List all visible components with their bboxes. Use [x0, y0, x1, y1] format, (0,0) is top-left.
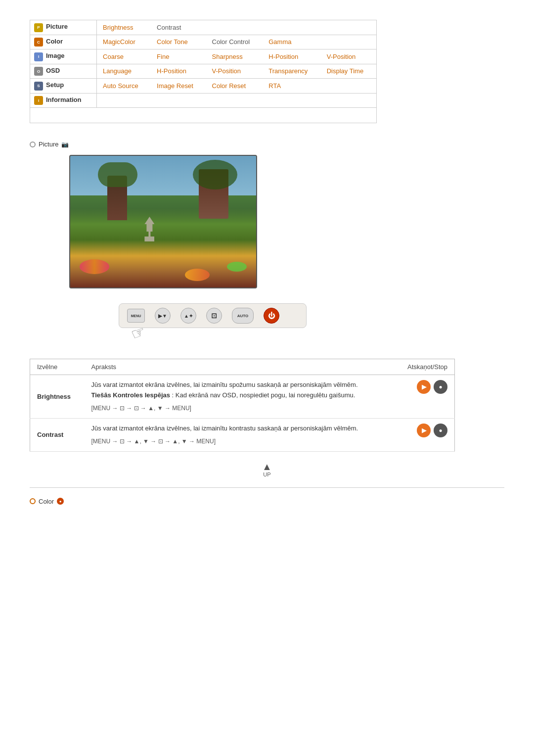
select-button[interactable]: ⊡: [206, 308, 222, 324]
nav-link-cell: [97, 93, 151, 108]
brightness-menu-path: [MENU → ⊡ → ⊡ → ▲, ▼ → MENU]: [91, 404, 394, 413]
nav-row: OOSDLanguageH-PositionV-PositionTranspar…: [30, 64, 376, 79]
brightness-controls: ▶ ●: [400, 375, 454, 419]
nav-link-cell[interactable]: Transparency: [263, 64, 320, 79]
nav-link-cell[interactable]: Auto Source: [97, 79, 151, 94]
nav-section-label: OSD: [46, 67, 60, 74]
nav-link-cell[interactable]: V-Position: [321, 49, 376, 64]
power-button[interactable]: ⏻: [264, 308, 279, 324]
flowers-right: [185, 269, 210, 281]
brightness-desc-bold-suffix: : Kad ekrānā nav OSD, nospiediet pogu, l…: [170, 391, 355, 399]
nav-section-label: Setup: [46, 81, 64, 89]
nav-button[interactable]: ▶▼: [155, 308, 171, 324]
col-header-apraksts: Apraksts: [85, 359, 401, 375]
nav-table-wrapper: PPictureBrightnessContrastCColorMagicCol…: [30, 20, 377, 123]
picture-section-header: Picture 📷: [30, 141, 504, 148]
contrast-buttons: ▶ ●: [407, 424, 447, 437]
up-arrow-icon: ▲: [262, 462, 272, 472]
nav-link-cell: [263, 93, 320, 108]
nav-section-label: Information: [46, 96, 82, 103]
description-table: Izvēlne Apraksts Atskaņot/Stop Brightnes…: [30, 359, 455, 452]
nav-link-cell[interactable]: Sharpness: [206, 49, 263, 64]
nav-section-cell: SSetup: [30, 79, 97, 94]
nav-section-label: Image: [46, 52, 65, 59]
nav-link-cell[interactable]: Language: [97, 64, 151, 79]
menu-button[interactable]: MENU: [127, 309, 145, 323]
picture-icon: 📷: [61, 141, 69, 148]
nav-link-cell[interactable]: Color Tone: [151, 35, 206, 49]
brightness-buttons: ▶ ●: [407, 380, 447, 394]
contrast-desc-main: Jūs varat izmantot ekrāna izvēlnes, lai …: [91, 425, 358, 432]
col-header-izvēlne: Izvēlne: [30, 359, 85, 375]
hand-cursor-icon: ☞: [128, 322, 148, 344]
nav-link-cell[interactable]: Coarse: [97, 49, 151, 64]
monitor-scene: [70, 156, 256, 287]
nav-section-icon: I: [34, 96, 43, 105]
up-label: UP: [263, 472, 270, 477]
remote-control-container: MENU ▶▼ ▲✦ ⊡ AUTO ⏻ ☞: [119, 303, 504, 328]
nav-link-cell[interactable]: Brightness: [97, 20, 151, 35]
nav-section-icon: S: [34, 82, 43, 91]
nav-link-cell[interactable]: Image Reset: [151, 79, 206, 94]
nav-link-cell: [206, 93, 263, 108]
nav-link-cell: [321, 93, 376, 108]
nav-link-cell: [206, 20, 263, 35]
brightness-desc-bold: Tiešās Kontroles Iespējas: [91, 391, 170, 399]
nav-link-cell[interactable]: MagicColor: [97, 35, 151, 49]
section-divider: [30, 487, 504, 488]
contrast-decrease-btn[interactable]: ●: [434, 424, 447, 437]
tree-foliage-right: [193, 160, 237, 189]
nav-link-cell[interactable]: RTA: [263, 79, 320, 94]
auto-button[interactable]: AUTO: [232, 308, 254, 324]
nav-link-cell[interactable]: H-Position: [151, 64, 206, 79]
nav-section-cell: IImage: [30, 49, 97, 64]
nav-link-cell[interactable]: Gamma: [263, 35, 320, 49]
nav-link-cell[interactable]: H-Position: [263, 49, 320, 64]
nav-section-cell: IInformation: [30, 93, 97, 108]
nav-row: IInformation: [30, 93, 376, 108]
nav-section-cell: CColor: [30, 35, 97, 49]
nav-section-label: Color: [46, 38, 63, 45]
color-section-header: Color ●: [30, 498, 504, 505]
table-row: Brightness Jūs varat izmantot ekrāna izv…: [30, 375, 455, 419]
nav-link-cell[interactable]: V-Position: [206, 64, 263, 79]
nav-link-cell[interactable]: Fine: [151, 49, 206, 64]
color-label: Color: [39, 498, 54, 505]
brightness-increase-btn[interactable]: ▶: [417, 380, 431, 394]
remote-bar: MENU ▶▼ ▲✦ ⊡ AUTO ⏻ ☞: [119, 303, 307, 328]
nav-row: SSetupAuto SourceImage ResetColor ResetR…: [30, 79, 376, 94]
tree-foliage-left: [98, 162, 137, 187]
contrast-controls: ▶ ●: [400, 418, 454, 451]
brightness-decrease-btn[interactable]: ●: [434, 380, 447, 394]
nav-row: IImageCoarseFineSharpnessH-PositionV-Pos…: [30, 49, 376, 64]
up-button[interactable]: ▲ UP: [262, 462, 272, 477]
brightness-label: Brightness: [30, 375, 85, 419]
nav-section-icon: P: [34, 23, 43, 32]
nav-section-label: Picture: [46, 23, 68, 30]
contrast-label: Contrast: [30, 418, 85, 451]
nav-section-icon: I: [34, 52, 43, 61]
brightness-button[interactable]: ▲✦: [180, 308, 196, 324]
nav-section-cell: OOSD: [30, 64, 97, 79]
nav-link-cell: [321, 79, 376, 94]
picture-icon-circle: [30, 142, 36, 147]
nav-link-cell[interactable]: Contrast: [151, 20, 206, 35]
nav-link-cell[interactable]: Color Reset: [206, 79, 263, 94]
monitor-display: [69, 155, 257, 288]
col-header-atskanol: Atskaņot/Stop: [400, 359, 454, 375]
nav-section-icon: O: [34, 67, 43, 76]
picture-label: Picture: [39, 141, 58, 148]
color-icon-circle: [30, 498, 36, 504]
table-row: Contrast Jūs varat izmantot ekrāna izvēl…: [30, 418, 455, 451]
nav-link-cell: [151, 93, 206, 108]
up-button-container: ▲ UP: [30, 462, 504, 477]
nav-row: CColorMagicColorColor ToneColor ControlG…: [30, 35, 376, 49]
scene-ground: [70, 208, 256, 287]
contrast-desc: Jūs varat izmantot ekrāna izvēlnes, lai …: [85, 418, 401, 451]
nav-link-cell[interactable]: Color Control: [206, 35, 263, 49]
brightness-desc-main: Jūs varat izmantot ekrāna izvēlnes, lai …: [91, 381, 358, 388]
nav-link-cell[interactable]: Display Time: [321, 64, 376, 79]
nav-link-cell: [321, 35, 376, 49]
contrast-increase-btn[interactable]: ▶: [417, 424, 431, 437]
brightness-desc: Jūs varat izmantot ekrāna izvēlnes, lai …: [85, 375, 401, 419]
